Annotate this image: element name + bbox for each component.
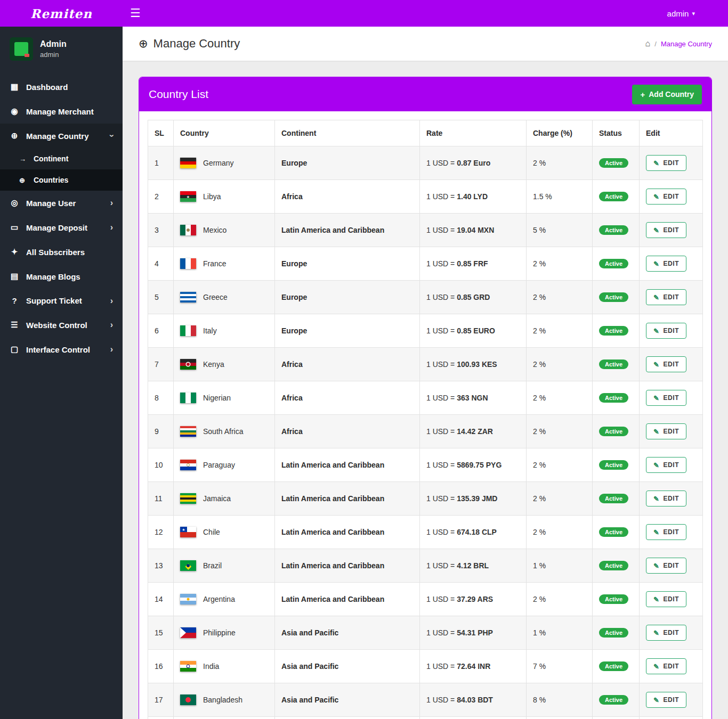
edit-button[interactable]: ✎EDIT [646,457,686,473]
rate-prefix: 1 USD = [426,394,457,402]
rate-prefix: 1 USD = [426,259,457,268]
sidebar-item-website-control[interactable]: ☰Website Control› [0,313,123,337]
status-cell: Active [593,281,640,314]
home-icon[interactable]: ⌂ [645,39,651,48]
sidebar-item-label: Interface Control [26,345,90,354]
arrow-icon: → [19,155,28,163]
status-cell: Active [593,448,640,482]
edit-button[interactable]: ✎EDIT [646,692,686,708]
pencil-icon: ✎ [653,395,660,402]
pencil-icon: ✎ [653,193,660,200]
country-flag [180,225,196,235]
edit-button-label: EDIT [664,663,680,670]
rate-cell: 1 USD = 674.18 CLP [420,516,527,549]
country-flag: ★ [180,191,196,202]
charge-cell: 2 % [527,281,593,314]
chevron-right-icon: › [110,345,113,354]
edit-button-label: EDIT [664,461,680,469]
continent-cell: Asia and Pacific [275,717,420,719]
admin-dropdown-label: admin [667,9,689,18]
admin-dropdown[interactable]: admin ▾ [667,9,695,18]
hamburger-icon[interactable]: ☰ [130,7,141,19]
rate-prefix: 1 USD = [426,293,457,301]
breadcrumb-current[interactable]: Manage Country [661,40,712,48]
rate-prefix: 1 USD = [426,561,457,570]
sidebar-item-manage-blogs[interactable]: ▤Manage Blogs [0,264,123,289]
add-country-button[interactable]: + Add Country [632,85,702,104]
status-badge: Active [599,561,628,570]
sidebar-item-manage-deposit[interactable]: ▭Manage Deposit› [0,215,123,240]
chevron-right-icon: › [110,297,113,305]
rate-value: 84.03 BDT [457,696,493,704]
sidebar-subitem-label: Countries [34,176,68,184]
edit-button-label: EDIT [664,696,680,704]
country-cell: Italy [174,314,275,348]
page-title-text: Manage Country [153,37,240,51]
edit-button[interactable]: ✎EDIT [646,356,686,372]
edit-button[interactable]: ✎EDIT [646,625,686,641]
country-flag: ◆ [180,560,196,571]
edit-button[interactable]: ✎EDIT [646,256,686,272]
edit-cell: ✎EDIT [640,549,703,583]
country-cell: Kenya [174,348,275,381]
rate-cell: 1 USD = 0.85 FRF [420,247,527,281]
edit-button-label: EDIT [664,260,680,267]
edit-button-label: EDIT [664,495,680,502]
edit-button-label: EDIT [664,361,680,368]
sidebar-subitem-continent[interactable]: →Continent [0,148,123,169]
edit-button[interactable]: ✎EDIT [646,222,686,238]
sl-cell: 14 [148,583,174,616]
sl-cell: 17 [148,683,174,717]
chevron-right-icon: › [110,321,113,329]
country-cell: ★Pakistan [174,717,275,719]
country-name: Mexico [203,226,227,234]
status-cell: Active [593,180,640,214]
flag-canton: ★ [180,527,187,532]
sidebar-subitem-countries[interactable]: ⊕Countries [0,169,123,191]
edit-button[interactable]: ✎EDIT [646,558,686,574]
rate-cell: 1 USD = 363 NGN [420,381,527,415]
edit-button[interactable]: ✎EDIT [646,189,686,205]
card-header: Country List + Add Country [139,77,711,111]
country-name: Greece [203,293,228,301]
rate-prefix: 1 USD = [426,628,457,637]
edit-button[interactable]: ✎EDIT [646,658,686,674]
edit-button-label: EDIT [664,159,680,167]
sidebar-item-manage-user[interactable]: ◎Manage User› [0,191,123,215]
edit-cell: ✎EDIT [640,146,703,180]
edit-button[interactable]: ✎EDIT [646,390,686,406]
continent-cell: Latin America and Caribbean [275,583,420,616]
sidebar-item-manage-country[interactable]: ⊕Manage Country› [0,124,123,148]
edit-button[interactable]: ✎EDIT [646,591,686,607]
edit-button[interactable]: ✎EDIT [646,289,686,305]
edit-button[interactable]: ✎EDIT [646,524,686,540]
edit-button[interactable]: ✎EDIT [646,423,686,439]
sidebar-item-support-ticket[interactable]: ?Support Ticket› [0,289,123,313]
table-row: 13◆BrazilLatin America and Caribbean1 US… [148,549,703,583]
sidebar-item-manage-merchant[interactable]: ◉Manage Merchant [0,99,123,124]
profile-name: Admin [40,39,67,49]
edit-button-label: EDIT [664,595,680,603]
continent-cell: Europe [275,146,420,180]
edit-button[interactable]: ✎EDIT [646,155,686,171]
continent-cell: Asia and Pacific [275,616,420,650]
edit-button[interactable]: ✎EDIT [646,491,686,506]
edit-cell: ✎EDIT [640,448,703,482]
sidebar-item-interface-control[interactable]: ▢Interface Control› [0,337,123,362]
sidebar-item-all-subscribers[interactable]: ✦All Subscribers [0,240,123,264]
pencil-icon: ✎ [653,328,660,334]
continent-cell: Asia and Pacific [275,650,420,683]
app-logo[interactable]: Remiten [0,6,123,21]
table-row: 2★LibyaAfrica1 USD = 1.40 LYD1.5 %Active… [148,180,703,214]
sidebar-item-dashboard[interactable]: ▦Dashboard [0,75,123,99]
chevron-right-icon: › [110,223,113,232]
continent-cell: Latin America and Caribbean [275,516,420,549]
column-header: Country [174,120,275,146]
country-name: Bangladesh [203,696,242,704]
country-flag [180,460,196,470]
edit-button[interactable]: ✎EDIT [646,323,686,339]
status-badge: Active [599,192,628,201]
table-row: 18★PakistanAsia and Pacific1 USD = 123.2… [148,717,703,719]
country-name: Argentina [203,595,235,603]
caret-down-icon: ▾ [692,10,695,17]
